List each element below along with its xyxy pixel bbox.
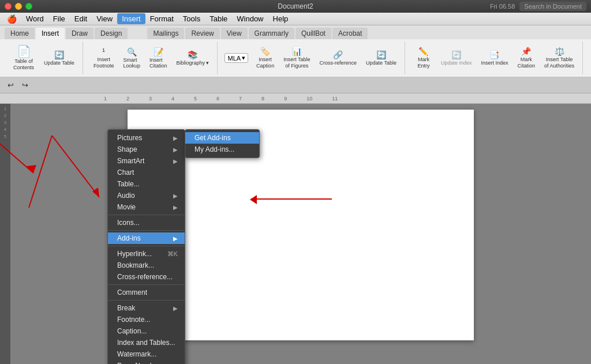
menu-chart[interactable]: Chart xyxy=(108,167,185,178)
tab-view[interactable]: View xyxy=(221,28,248,39)
tab-mailings[interactable]: Mailings xyxy=(147,28,184,39)
menu-tools[interactable]: Tools xyxy=(178,13,205,24)
table-figures-icon: 📊 xyxy=(292,47,302,55)
caption-icon: 🏷️ xyxy=(260,47,270,55)
menu-comment[interactable]: Comment xyxy=(108,287,185,298)
menu-word[interactable]: Word xyxy=(21,13,48,24)
footnote-icon: ¹ xyxy=(102,47,105,55)
menu-insert[interactable]: Insert xyxy=(117,13,145,24)
insert-footnote-button[interactable]: ¹ InsertFootnote xyxy=(90,45,118,72)
addins-submenu: Get Add-ins My Add-ins... xyxy=(185,129,260,158)
mark-citation-button[interactable]: 📌 MarkCitation xyxy=(514,45,539,72)
tab-grammarly[interactable]: Grammarly xyxy=(249,28,294,39)
menu-movie[interactable]: Movie ▶ xyxy=(108,201,185,213)
insert-citation-button[interactable]: 📝 InsertCitation xyxy=(146,46,171,71)
get-addins-button[interactable]: Get Add-ins xyxy=(185,132,259,144)
minimize-button[interactable] xyxy=(15,3,22,10)
arrow-annotation xyxy=(182,193,332,205)
tab-acrobat[interactable]: Acrobat xyxy=(332,28,368,39)
menu-edit[interactable]: Edit xyxy=(70,13,92,24)
menu-table[interactable]: Table... xyxy=(108,178,185,190)
redo-button[interactable]: ↪ xyxy=(19,80,31,91)
menu-pictures[interactable]: Pictures ▶ xyxy=(108,132,185,144)
title-bar: Document2 Fri 06.58 Search in Document xyxy=(0,0,591,13)
menu-window[interactable]: Window xyxy=(232,13,268,24)
menu-hyperlink[interactable]: Hyperlink... ⌘K xyxy=(108,248,185,260)
insert-table-of-figures-button[interactable]: 📊 Insert Tableof Figures xyxy=(280,45,313,72)
update-cap-label: Update Table xyxy=(366,60,397,66)
ruler-content: 1 2 3 4 5 6 7 8 9 10 11 xyxy=(0,93,591,103)
close-button[interactable] xyxy=(5,3,12,10)
tab-review[interactable]: Review xyxy=(185,28,219,39)
update-index-button[interactable]: 🔄 Update Index xyxy=(437,48,476,68)
menu-index-tables[interactable]: Index and Tables... xyxy=(108,337,185,348)
ribbon-group-captions: MLA ▾ 🏷️ InsertCaption 📊 Insert Tableof … xyxy=(220,42,405,74)
authorities-icon: ⚖️ xyxy=(555,47,564,55)
ruler: 1 2 3 4 5 6 7 8 9 10 11 xyxy=(0,93,591,104)
insert-index-button[interactable]: 📑 Insert Index xyxy=(477,48,511,68)
menu-audio[interactable]: Audio ▶ xyxy=(108,190,185,201)
menu-divider-2 xyxy=(108,230,185,231)
menu-footnote[interactable]: Footnote... xyxy=(108,314,185,325)
my-addins-button[interactable]: My Add-ins... xyxy=(185,144,259,155)
menu-help[interactable]: Help xyxy=(268,13,293,24)
insert-caption-button[interactable]: 🏷️ InsertCaption xyxy=(253,45,278,72)
tab-design[interactable]: Design xyxy=(95,28,128,39)
menu-table[interactable]: Table xyxy=(205,13,232,24)
menu-addins[interactable]: Add-ins ▶ xyxy=(108,232,185,244)
traffic-lights xyxy=(5,3,32,10)
mark-cite-icon: 📌 xyxy=(521,47,531,55)
update-caption-table-button[interactable]: 🔄 Update Table xyxy=(362,48,400,68)
tab-insert[interactable]: Insert xyxy=(36,28,65,39)
mark-entry-button[interactable]: ✏️ MarkEntry xyxy=(412,45,435,72)
menu-divider-5 xyxy=(108,300,185,301)
authorities-label: Insert Tableof Authorities xyxy=(544,57,574,69)
submenu-arrow-icon: ▶ xyxy=(173,204,178,211)
ribbon-group-index: ✏️ MarkEntry 🔄 Update Index 📑 Insert Ind… xyxy=(407,42,583,74)
menu-shape[interactable]: Shape ▶ xyxy=(108,144,185,155)
arrow-head-icon xyxy=(250,195,257,204)
menu-break[interactable]: Break ▶ xyxy=(108,302,185,314)
ribbon-content: 📄 Table ofContents 🔄 Update Table ¹ Inse… xyxy=(0,39,591,77)
search-bar[interactable]: Search in Document xyxy=(519,2,586,11)
menu-caption[interactable]: Caption... xyxy=(108,325,185,337)
insert-table-of-authorities-button[interactable]: ⚖️ Insert Tableof Authorities xyxy=(541,45,578,72)
smart-lookup-button[interactable]: 🔍 SmartLookup xyxy=(119,46,144,71)
cross-ref-icon: 🔗 xyxy=(333,51,343,59)
style-selector[interactable]: MLA ▾ xyxy=(225,53,248,63)
update-label: Update Table xyxy=(44,60,74,66)
table-of-contents-button[interactable]: 📄 Table ofContents xyxy=(9,43,38,73)
submenu-arrow-icon: ▶ xyxy=(173,235,178,242)
menu-view[interactable]: View xyxy=(92,13,117,24)
maximize-button[interactable] xyxy=(25,3,32,10)
mark-entry-label: MarkEntry xyxy=(417,57,429,69)
menu-format[interactable]: Format xyxy=(145,13,178,24)
toc-icon: 📄 xyxy=(17,46,31,57)
table-figures-label: Insert Tableof Figures xyxy=(283,57,310,69)
tab-home[interactable]: Home xyxy=(5,28,35,39)
update-icon: 🔄 xyxy=(54,51,64,59)
ruler-numbers: 1 2 3 4 5 6 7 8 9 10 11 xyxy=(104,96,357,102)
menu-file[interactable]: File xyxy=(48,13,70,24)
menu-smartart[interactable]: SmartArt ▶ xyxy=(108,155,185,167)
undo-button[interactable]: ↩ xyxy=(5,80,17,91)
bibliography-button[interactable]: 📚 Bibliography ▾ xyxy=(173,48,212,68)
citation-icon: 📝 xyxy=(154,48,163,56)
menu-bookmark[interactable]: Bookmark... xyxy=(108,260,185,271)
main-area: 1 2 3 4 5 Pictures ▶ Shape ▶ SmartArt ▶ xyxy=(0,104,591,364)
menu-divider-3 xyxy=(108,246,185,246)
menu-page-numbers[interactable]: Page Numbers... xyxy=(108,360,185,364)
caption-label: InsertCaption xyxy=(256,57,274,69)
tab-quillbot[interactable]: QuillBot xyxy=(296,28,331,39)
menu-watermark[interactable]: Watermark... xyxy=(108,348,185,360)
update-table-button[interactable]: 🔄 Update Table xyxy=(40,48,78,68)
bibliography-icon: 📚 xyxy=(188,51,197,59)
menu-cross-reference[interactable]: Cross-reference... xyxy=(108,271,185,283)
menu-icons[interactable]: Icons... xyxy=(108,217,185,228)
apple-menu[interactable]: 🍎 xyxy=(2,13,21,25)
clock: Fri 06.58 xyxy=(490,3,515,10)
cross-reference-button[interactable]: 🔗 Cross-reference xyxy=(316,48,361,68)
insert-menu: Pictures ▶ Shape ▶ SmartArt ▶ Chart Tabl… xyxy=(107,129,185,364)
title-bar-right: Fri 06.58 Search in Document xyxy=(490,2,586,11)
tab-draw[interactable]: Draw xyxy=(66,28,93,39)
